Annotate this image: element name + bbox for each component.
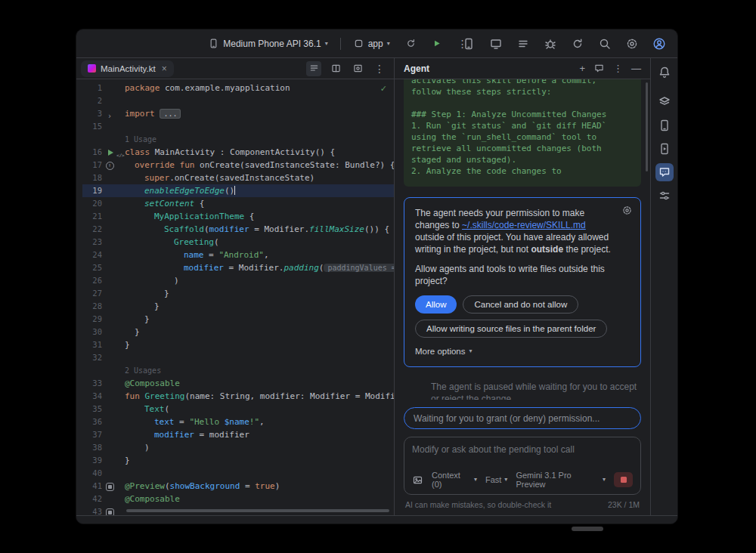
stop-generation-button[interactable] (614, 472, 633, 487)
device-mirroring-button[interactable] (487, 35, 505, 53)
code-vision-icon[interactable] (116, 148, 125, 157)
design-view-icon (352, 63, 364, 74)
agent-panel-header: Agent + ⋮ — (395, 58, 650, 79)
agent-compose-box[interactable]: Modify or ask about the pending tool cal… (404, 437, 641, 495)
agent-input-area: Waiting for you to grant (or deny) permi… (395, 400, 650, 515)
code-line: 21MyApplicationTheme { (82, 210, 394, 223)
line-number: 40 (82, 467, 102, 480)
user-avatar-icon (652, 37, 666, 51)
line-number: 20 (82, 197, 102, 210)
code-line: 37modifier = modifier (82, 428, 394, 441)
search-everywhere-button[interactable] (596, 35, 614, 53)
editor-pane: MainActivity.kt × ⋮ 1package com.example… (76, 58, 395, 515)
tools-button[interactable] (655, 187, 674, 205)
preview-marker-icon[interactable] (106, 508, 114, 516)
allow-parent-folder-button[interactable]: Allow writing source files in the parent… (415, 320, 607, 338)
running-devices-tool-button[interactable] (655, 140, 674, 158)
chat-history-icon[interactable] (593, 63, 605, 74)
fold-arrow-icon[interactable] (106, 110, 115, 119)
model-selector[interactable]: Gemini 3.1 Pro Preview▾ (516, 471, 606, 489)
chevron-down-icon: ▾ (474, 477, 477, 483)
skill-file-link[interactable]: ~/.skills/code-review/SKILL.md (462, 220, 586, 230)
bug-report-button[interactable] (541, 35, 559, 53)
account-button[interactable] (650, 35, 668, 53)
line-number: 37 (82, 428, 102, 441)
device-selector[interactable]: Medium Phone API 36.1 ▾ (203, 36, 332, 51)
horizontal-scrollbar[interactable] (126, 509, 389, 512)
run-app-button[interactable] (428, 35, 446, 53)
permission-message: The agent needs your permission to make … (415, 207, 630, 255)
split-view-button[interactable] (328, 61, 343, 76)
new-chat-plus-icon[interactable]: + (579, 63, 585, 73)
run-config-selector[interactable]: app ▾ (349, 36, 395, 51)
editor-more-button[interactable]: ⋮ (372, 61, 387, 76)
chat-scrollbar[interactable] (646, 82, 648, 171)
permission-wait-input[interactable]: Waiting for you to grant (or deny) permi… (404, 407, 641, 429)
sync-project-button[interactable] (402, 35, 420, 53)
speed-selector[interactable]: Fast▾ (485, 475, 507, 484)
toolbar-divider (340, 38, 341, 50)
run-marker-icon[interactable] (106, 148, 115, 157)
search-icon (598, 37, 612, 51)
app-module-icon (353, 38, 364, 49)
override-marker-icon[interactable] (106, 162, 114, 170)
sync-icon (405, 38, 417, 49)
status-bar (76, 515, 677, 524)
code-line: 22Scaffold(modifier = Modifier.fillMaxSi… (82, 223, 394, 236)
line-number (82, 364, 102, 377)
code-line: 35Text( (82, 403, 394, 416)
more-options-button[interactable]: More options ▾ (415, 347, 472, 356)
build-tool-button[interactable] (655, 93, 674, 111)
right-tool-strip (650, 58, 677, 515)
allow-button[interactable]: Allow (415, 295, 457, 314)
usage-inlay-hint[interactable]: 2 Usages (125, 366, 161, 375)
inspections-ok-icon[interactable]: ✓ (380, 84, 387, 94)
gradle-sync-button[interactable] (569, 35, 587, 53)
context-selector[interactable]: Context (0)▾ (432, 471, 477, 489)
phone-play-icon (658, 142, 671, 156)
settings-button[interactable] (623, 35, 641, 53)
attach-image-icon[interactable] (412, 474, 423, 486)
android-studio-window: Medium Phone API 36.1 ▾ app ▾ ⋮ (76, 29, 678, 524)
usage-inlay-hint[interactable]: 1 Usage (125, 135, 156, 144)
agent-code-block-text: activates this skill before a commit, fo… (411, 79, 634, 177)
code-line: 20setContent { (82, 197, 394, 210)
code-editor[interactable]: 1package com.example.myapplication23impo… (76, 79, 394, 515)
run-config-label: app (368, 39, 383, 49)
notifications-button[interactable] (655, 63, 674, 82)
close-tab-icon[interactable]: × (162, 64, 167, 73)
agent-panel-title: Agent (404, 63, 429, 74)
stop-icon (621, 477, 627, 483)
code-line: 19enableEdgeToEdge() (82, 184, 394, 197)
hide-panel-icon[interactable]: — (631, 63, 641, 73)
code-line: 27} (82, 287, 394, 300)
permission-settings-gear-icon[interactable] (621, 205, 633, 216)
design-view-button[interactable] (350, 61, 365, 76)
cancel-do-not-allow-button[interactable]: Cancel and do not allow (463, 295, 578, 314)
logcat-button[interactable] (514, 35, 532, 53)
tab-mainactivity[interactable]: MainActivity.kt × (81, 60, 174, 77)
refresh-icon (571, 37, 584, 51)
line-number: 23 (82, 236, 102, 249)
code-view-button[interactable] (306, 61, 321, 76)
split-view-icon (330, 63, 342, 74)
agent-chat-area[interactable]: activates this skill before a commit, fo… (395, 79, 650, 400)
device-manager-icon (462, 37, 476, 51)
code-line: 31} (82, 338, 394, 351)
preview-marker-icon[interactable] (106, 483, 114, 491)
line-number: 21 (82, 210, 102, 223)
code-line: 3import ... (82, 107, 394, 120)
device-manager-button[interactable] (460, 35, 478, 53)
agent-tool-button[interactable] (655, 163, 674, 181)
line-number: 35 (82, 403, 102, 416)
sliders-icon (658, 189, 671, 202)
line-number: 2 (82, 94, 102, 107)
device-manager-tool-button[interactable] (655, 116, 674, 134)
agent-chat-icon (658, 165, 671, 179)
chevron-down-icon: ▾ (387, 41, 390, 47)
permission-request-card: The agent needs your permission to make … (404, 197, 641, 367)
gear-icon (625, 37, 639, 51)
line-number: 25 (82, 261, 102, 274)
line-number: 41 (82, 480, 102, 493)
agent-more-icon[interactable]: ⋮ (613, 63, 623, 73)
